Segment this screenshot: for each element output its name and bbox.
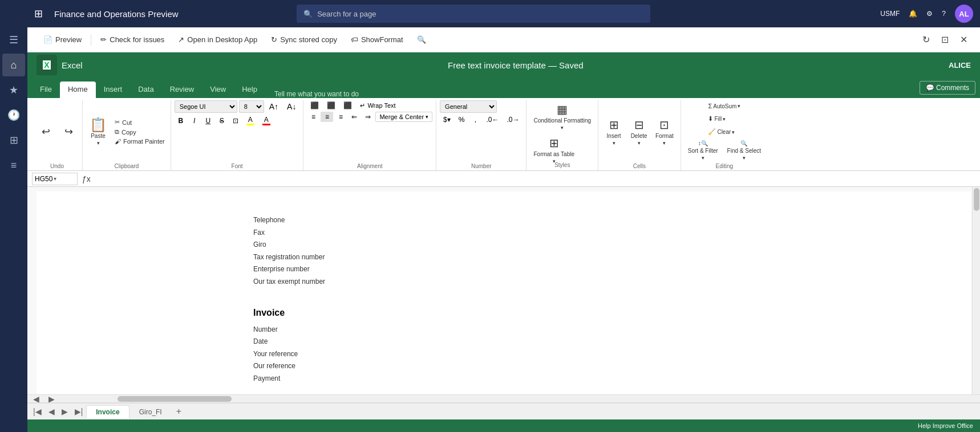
paste-button[interactable]: 📋 Paste ▾ bbox=[86, 116, 110, 148]
tab-prev-button[interactable]: ◀ bbox=[45, 406, 58, 417]
align-top-button[interactable]: ⬛ bbox=[307, 100, 322, 111]
field-tax-reg: Tax registration number bbox=[253, 251, 325, 264]
tab-home[interactable]: Home bbox=[60, 81, 96, 98]
excel-header: X Excel Free text invoice template — Sav… bbox=[27, 52, 980, 78]
redo-button[interactable]: ↪ bbox=[58, 124, 79, 139]
sheet-tab-invoice[interactable]: Invoice bbox=[86, 405, 129, 418]
preview-button[interactable]: 📄 Preview bbox=[37, 32, 88, 47]
user-avatar[interactable]: AL bbox=[955, 5, 973, 23]
format-button[interactable]: ⊡ Format ▾ bbox=[652, 116, 677, 148]
v-scroll-thumb[interactable] bbox=[974, 188, 979, 211]
fill-button[interactable]: ⬇ Fill ▾ bbox=[704, 113, 729, 125]
sync-button[interactable]: ↻ Sync stored copy bbox=[264, 32, 344, 47]
tab-view[interactable]: View bbox=[202, 81, 234, 98]
align-right-button[interactable]: ≡ bbox=[334, 112, 347, 122]
pop-out-button[interactable]: ⊡ bbox=[938, 32, 952, 47]
h-scroll-thumb[interactable] bbox=[118, 396, 232, 402]
sidebar-pages-icon[interactable]: ⊞ bbox=[2, 129, 25, 152]
number-format-select[interactable]: General bbox=[440, 100, 497, 113]
formula-input[interactable] bbox=[95, 175, 975, 183]
tab-data[interactable]: Data bbox=[130, 81, 161, 98]
divider bbox=[91, 34, 91, 46]
italic-button[interactable]: I bbox=[188, 116, 201, 126]
horizontal-scrollbar[interactable]: ◀ ▶ bbox=[27, 394, 980, 402]
search-cmd-button[interactable]: 🔍 bbox=[410, 32, 433, 47]
search-bar[interactable]: 🔍 Search for a page bbox=[297, 5, 650, 23]
alignment-group: ⬛ ⬛ ⬛ ↵ Wrap Text ≡ ≡ ≡ ⇐ ⇒ bbox=[303, 100, 436, 170]
help-icon[interactable]: ? bbox=[942, 10, 946, 18]
add-sheet-button[interactable]: + bbox=[172, 405, 186, 418]
font-grow-button[interactable]: A↑ bbox=[266, 101, 282, 112]
border-button[interactable]: ⊡ bbox=[229, 116, 242, 126]
tell-me-label[interactable]: Tell me what you want to do bbox=[274, 90, 359, 98]
conditional-formatting-button[interactable]: ▦ Conditional Formatting ▾ bbox=[530, 100, 594, 133]
autosum-button[interactable]: Σ AutoSum ▾ bbox=[704, 100, 744, 112]
delete-button[interactable]: ⊟ Delete ▾ bbox=[627, 116, 651, 148]
font-name-select[interactable]: Segoe UI bbox=[175, 100, 237, 113]
tab-next-button[interactable]: ▶ bbox=[58, 406, 71, 417]
decrease-indent-button[interactable]: ⇐ bbox=[348, 112, 361, 122]
font-shrink-button[interactable]: A↓ bbox=[284, 101, 299, 112]
formula-icon: ƒx bbox=[82, 174, 91, 184]
tab-review[interactable]: Review bbox=[162, 81, 203, 98]
fill-color-button[interactable]: A bbox=[243, 115, 258, 127]
tab-first-button[interactable]: |◀ bbox=[30, 406, 45, 417]
format-cells-icon: ⊡ bbox=[659, 118, 669, 132]
merge-center-button[interactable]: Merge & Center ▾ bbox=[375, 112, 432, 122]
help-improve-label: Help Improve Office bbox=[918, 422, 973, 429]
tab-help[interactable]: Help bbox=[234, 81, 265, 98]
comments-button[interactable]: 💬 Comments bbox=[920, 81, 975, 95]
bold-button[interactable]: B bbox=[175, 116, 187, 126]
percent-button[interactable]: % bbox=[455, 115, 468, 125]
insert-button[interactable]: ⊞ Insert ▾ bbox=[602, 116, 626, 148]
refresh-button[interactable]: ↻ bbox=[919, 32, 933, 47]
notifications-icon[interactable]: 🔔 bbox=[909, 10, 917, 18]
align-middle-button[interactable]: ⬛ bbox=[323, 100, 339, 111]
find-select-button[interactable]: 🔍 Find & Select ▾ bbox=[724, 138, 764, 163]
show-format-button[interactable]: 🏷 ShowFormat bbox=[344, 32, 410, 47]
tab-last-button[interactable]: ▶| bbox=[71, 406, 87, 417]
undo-button[interactable]: ↩ bbox=[35, 124, 56, 139]
open-icon: ↗ bbox=[178, 35, 184, 44]
excel-app-name: Excel bbox=[62, 60, 83, 70]
wrap-text-button[interactable]: ↵ Wrap Text bbox=[357, 100, 399, 111]
cut-icon: ✂ bbox=[115, 119, 120, 126]
decrease-decimal-button[interactable]: .0← bbox=[483, 115, 502, 125]
settings-icon[interactable]: ⚙ bbox=[926, 10, 933, 18]
close-button[interactable]: ✕ bbox=[957, 32, 971, 47]
copy-button[interactable]: ⧉ Copy bbox=[112, 128, 167, 136]
tab-insert[interactable]: Insert bbox=[96, 81, 131, 98]
sidebar-list-icon[interactable]: ≡ bbox=[2, 154, 25, 177]
increase-decimal-button[interactable]: .0→ bbox=[503, 115, 523, 125]
tab-file[interactable]: File bbox=[32, 81, 60, 98]
vertical-scrollbar[interactable] bbox=[972, 187, 980, 394]
spreadsheet-area[interactable]: Telephone Fax Giro Tax registration numb… bbox=[27, 187, 980, 394]
sheet-tab-giro[interactable]: Giro_FI bbox=[129, 405, 172, 418]
open-desktop-button[interactable]: ↗ Open in Desktop App bbox=[171, 32, 264, 47]
clear-icon: 🧹 bbox=[708, 128, 716, 136]
check-issues-button[interactable]: ✏ Check for issues bbox=[94, 32, 171, 47]
align-center-button[interactable]: ≡ bbox=[321, 112, 333, 122]
clear-button[interactable]: 🧹 Clear ▾ bbox=[704, 126, 738, 138]
sort-filter-button[interactable]: ↕🔍 Sort & Filter ▾ bbox=[685, 138, 722, 163]
dollar-button[interactable]: $▾ bbox=[440, 115, 454, 125]
align-bottom-button[interactable]: ⬛ bbox=[340, 100, 355, 111]
strikethrough-button[interactable]: S bbox=[216, 116, 228, 126]
sort-icon: ↕🔍 bbox=[698, 140, 708, 146]
sidebar-menu-icon[interactable]: ☰ bbox=[2, 28, 25, 51]
sidebar-star-icon[interactable]: ★ bbox=[2, 79, 25, 101]
sidebar-recent-icon[interactable]: 🕐 bbox=[2, 104, 25, 127]
increase-indent-button[interactable]: ⇒ bbox=[362, 112, 374, 122]
comma-button[interactable]: , bbox=[469, 115, 481, 125]
field-telephone: Telephone bbox=[253, 214, 325, 227]
font-size-select[interactable]: 8 bbox=[239, 100, 264, 113]
font-color-button[interactable]: A bbox=[259, 115, 274, 127]
undo-icon: ↩ bbox=[42, 127, 50, 137]
underline-button[interactable]: U bbox=[202, 116, 214, 126]
cut-button[interactable]: ✂ Cut bbox=[112, 118, 167, 127]
nav-grid-icon[interactable]: ⊞ bbox=[34, 7, 43, 20]
sidebar-home-icon[interactable]: ⌂ bbox=[2, 54, 25, 76]
align-left-button[interactable]: ≡ bbox=[307, 112, 319, 122]
cell-reference-box[interactable]: HG50 ▾ bbox=[32, 173, 78, 185]
format-painter-button[interactable]: 🖌 Format Painter bbox=[112, 137, 167, 145]
